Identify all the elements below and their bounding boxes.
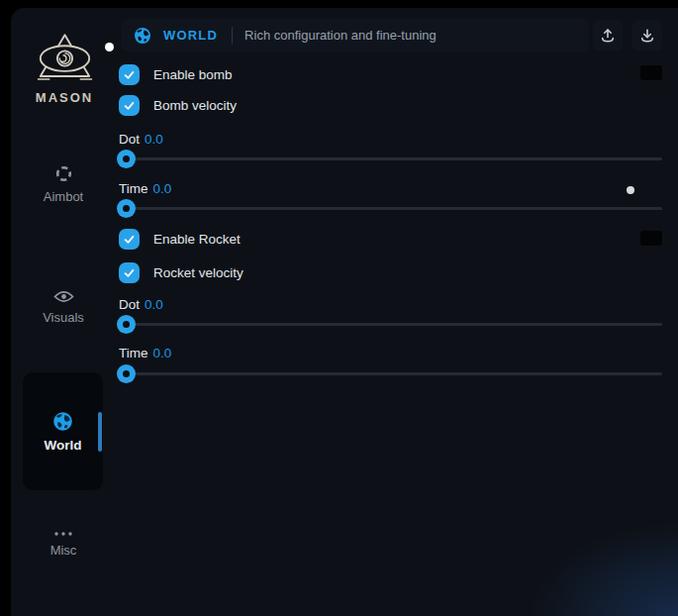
slider-thumb[interactable] <box>117 199 136 218</box>
header-divider <box>232 27 233 44</box>
slider-caption-bomb-time: Time0.0 <box>119 181 171 196</box>
active-tab-indicator <box>98 412 102 452</box>
sidebar-item-label: Aimbot <box>44 189 83 204</box>
toggle-label: Rocket velocity <box>153 265 243 280</box>
slider-label: Time <box>119 346 148 360</box>
mason-window <box>11 8 678 616</box>
slider-value: 0.0 <box>145 132 163 147</box>
toggle-row-bomb-velocity: Bomb velocity <box>119 95 237 116</box>
white-dot <box>105 43 114 51</box>
sidebar-item-aimbot[interactable]: Aimbot <box>25 164 102 204</box>
slider-bomb-dot[interactable] <box>117 150 662 168</box>
toggle-label: Bomb velocity <box>153 98 237 113</box>
header-subtitle: Rich configuration and fine-tuning <box>244 28 436 43</box>
slider-thumb[interactable] <box>117 364 136 383</box>
checkbox-rocket-velocity[interactable] <box>119 262 140 283</box>
slider-label: Dot <box>119 297 140 312</box>
sidebar-item-label: Misc <box>50 543 77 558</box>
globe-icon <box>134 27 151 45</box>
slider-value: 0.0 <box>153 346 172 360</box>
eye-triangle-icon <box>37 32 93 85</box>
globe-icon <box>52 411 73 432</box>
slider-bomb-time[interactable] <box>117 199 662 218</box>
slider-value: 0.0 <box>153 181 172 196</box>
check-icon <box>123 99 136 112</box>
toggle-row-enable-bomb: Enable bomb <box>119 64 233 85</box>
active-tab-label: WORLD <box>163 28 218 43</box>
sidebar-item-label: World <box>45 438 82 453</box>
brand-name: MASON <box>21 90 108 105</box>
check-icon <box>123 266 136 279</box>
check-icon <box>123 233 136 246</box>
slider-caption-bomb-dot: Dot0.0 <box>119 132 163 147</box>
checkbox-enable-bomb[interactable] <box>119 64 140 85</box>
upload-button[interactable] <box>593 20 623 51</box>
slider-track[interactable] <box>120 323 662 326</box>
slider-thumb[interactable] <box>117 315 136 334</box>
slider-track[interactable] <box>120 372 662 375</box>
slider-track[interactable] <box>120 207 662 210</box>
keybind-enable-bomb[interactable] <box>639 64 663 81</box>
slider-caption-rocket-dot: Dot0.0 <box>119 297 163 312</box>
slider-track[interactable] <box>120 157 662 160</box>
slider-label: Dot <box>119 132 140 147</box>
ellipsis-icon <box>52 531 74 537</box>
sidebar-item-label: Visuals <box>43 310 84 325</box>
slider-thumb[interactable] <box>117 150 136 168</box>
keybind-enable-rocket[interactable] <box>639 230 663 247</box>
header-bar: WORLD Rich configuration and fine-tuning <box>122 19 589 51</box>
download-button[interactable] <box>632 20 662 51</box>
gray-dot <box>627 186 634 194</box>
sidebar-item-world[interactable]: World <box>23 372 103 490</box>
toggle-label: Enable Rocket <box>153 232 241 247</box>
slider-caption-rocket-time: Time0.0 <box>119 346 171 360</box>
slider-label: Time <box>119 181 148 196</box>
slider-value: 0.0 <box>145 297 163 312</box>
upload-icon <box>600 28 616 44</box>
toggle-row-enable-rocket: Enable Rocket <box>119 229 241 250</box>
download-icon <box>639 28 655 44</box>
corner-glow <box>530 522 678 616</box>
eye-icon <box>53 289 74 304</box>
slider-rocket-time[interactable] <box>117 364 662 383</box>
check-icon <box>123 68 136 81</box>
crosshair-icon <box>54 164 73 183</box>
checkbox-enable-rocket[interactable] <box>119 229 140 250</box>
toggle-label: Enable bomb <box>153 67 233 82</box>
sidebar-item-misc[interactable]: Misc <box>25 531 102 558</box>
mason-app: MASON Aimbot Visuals World <box>0 0 678 616</box>
sidebar: MASON Aimbot Visuals World <box>11 8 107 616</box>
checkbox-bomb-velocity[interactable] <box>119 95 140 116</box>
toggle-row-rocket-velocity: Rocket velocity <box>119 262 243 283</box>
slider-rocket-dot[interactable] <box>117 315 662 334</box>
sidebar-item-visuals[interactable]: Visuals <box>25 289 102 325</box>
